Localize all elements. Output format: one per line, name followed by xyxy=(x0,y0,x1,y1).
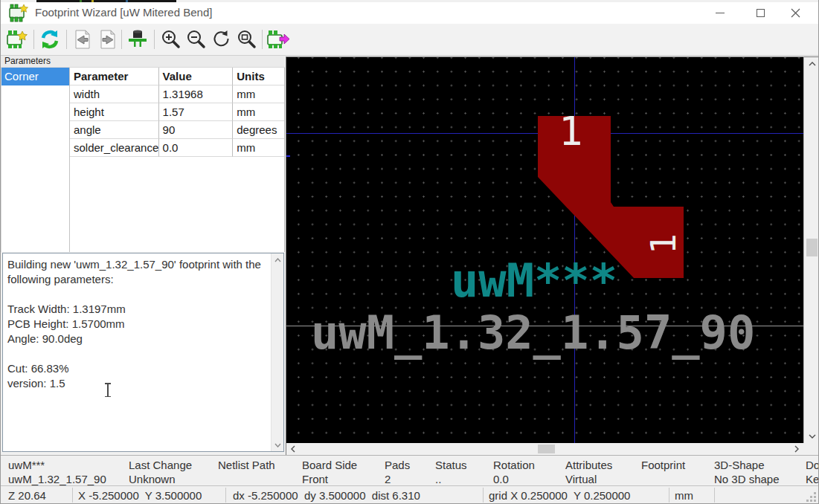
refresh-preview-button[interactable] xyxy=(38,28,62,51)
param-name: height xyxy=(70,103,159,121)
param-units: mm xyxy=(233,103,284,121)
info-value: Virtual xyxy=(565,472,612,486)
mitered-bend-copper-shape xyxy=(286,57,803,443)
info-field-attributes: Attributes Virtual xyxy=(565,458,612,486)
param-value-cell[interactable]: 1.31968 xyxy=(159,85,234,103)
scrollbar-corner xyxy=(803,443,819,455)
message-line: version: 1.5 xyxy=(7,376,267,391)
canvas-horizontal-scrollbar[interactable] xyxy=(286,443,803,455)
status-separator xyxy=(714,488,715,503)
status-separator xyxy=(72,488,73,503)
param-name: width xyxy=(70,85,159,103)
app-footprint-wizard-icon xyxy=(8,4,29,25)
footprint-wizard-star-icon xyxy=(7,30,28,49)
info-label: Last Change xyxy=(129,458,192,472)
pad1-number-label: 1 xyxy=(559,108,583,155)
param-units: mm xyxy=(233,139,284,157)
scroll-up-arrow[interactable] xyxy=(804,59,819,69)
header-parameter: Parameter xyxy=(70,68,159,85)
param-value-cell[interactable]: 0.0 xyxy=(159,139,234,157)
info-field-footprint: Footprint xyxy=(641,458,685,486)
info-label: Board Side xyxy=(302,458,357,472)
status-separator xyxy=(483,488,484,503)
scroll-right-arrow[interactable] xyxy=(791,443,802,455)
info-value xyxy=(218,472,275,486)
footprint-reference-text: uwM*** xyxy=(451,253,617,308)
info-field-3d-shape: 3D-Shape No 3D shape xyxy=(714,458,780,486)
footprint-value-text: uwM_1.32_1.57_90 xyxy=(311,306,755,360)
info-label: Do xyxy=(806,458,819,472)
message-line: following parameters: xyxy=(7,272,267,287)
horizontal-scroll-thumb[interactable] xyxy=(538,445,555,453)
info-value: No 3D shape xyxy=(714,472,780,486)
info-value: Unknown xyxy=(129,472,192,486)
message-line: PCB Height: 1.5700mm xyxy=(7,317,267,332)
status-separator xyxy=(669,488,669,503)
close-button[interactable] xyxy=(779,2,812,24)
info-value: 0.0 xyxy=(493,472,535,486)
pad-settings-button[interactable] xyxy=(126,28,150,51)
select-footprint-wizard-button[interactable] xyxy=(5,28,29,51)
parameters-table: Parameter Value Units width 1.31968 mm h… xyxy=(70,68,285,252)
next-page-button[interactable] xyxy=(96,28,120,51)
info-label: Status xyxy=(435,458,467,472)
window-resize-grip[interactable] xyxy=(807,493,816,502)
scroll-left-arrow[interactable] xyxy=(288,443,298,455)
toolbar-separator xyxy=(262,30,263,49)
info-label: uwM*** xyxy=(8,458,106,472)
redraw-icon xyxy=(211,29,232,50)
info-field-doc: Do Ke xyxy=(806,458,819,486)
scroll-down-arrow[interactable] xyxy=(272,439,284,451)
scroll-up-arrow[interactable] xyxy=(272,253,284,266)
through-hole-pad-icon xyxy=(127,29,148,50)
zoom-out-button[interactable] xyxy=(184,28,208,51)
param-value-cell[interactable]: 1.57 xyxy=(159,103,234,121)
zoom-fit-icon xyxy=(237,29,257,50)
scroll-down-arrow[interactable] xyxy=(804,431,819,442)
zoom-in-button[interactable] xyxy=(159,28,183,51)
info-value xyxy=(641,472,685,486)
footprint-preview-canvas[interactable]: 1 1 uwM*** uwM_1.32_1.57_90 xyxy=(286,56,803,443)
wizard-message-panel[interactable]: Building new 'uwm_1.32_1.57_90' footprin… xyxy=(2,253,284,452)
zoom-to-fit-button[interactable] xyxy=(235,28,259,51)
toolbar-separator xyxy=(66,30,67,49)
export-footprint-icon xyxy=(267,30,289,49)
message-line: Track Width: 1.3197mm xyxy=(7,302,267,317)
toolbar-separator xyxy=(154,30,155,49)
status-units: mm xyxy=(675,489,693,502)
info-value: 2 xyxy=(385,472,410,486)
status-bar: Z 20.64 X -5.250000 Y 3.500000 dx -5.250… xyxy=(1,485,818,504)
param-value-cell[interactable]: 90 xyxy=(159,121,234,139)
redraw-view-button[interactable] xyxy=(210,28,234,51)
param-name: solder_clearance xyxy=(70,139,159,157)
info-label: Rotation xyxy=(493,458,535,472)
pad2-number-label: 1 xyxy=(645,225,682,262)
param-units: mm xyxy=(233,85,284,103)
status-separator xyxy=(225,488,226,503)
minimize-icon xyxy=(716,13,725,13)
page-list-item-corner[interactable]: Corner xyxy=(1,68,69,85)
info-field-netlist-path: Netlist Path xyxy=(218,458,275,486)
header-value: Value xyxy=(159,68,234,85)
wizard-page-list: Corner xyxy=(1,68,70,252)
status-relative-position: dx -5.250000 dy 3.500000 dist 6.310 xyxy=(233,489,420,502)
info-field-reference: uwM*** uwM_1.32_1.57_90 xyxy=(8,458,106,486)
info-label: Attributes xyxy=(565,458,612,472)
previous-page-button[interactable] xyxy=(71,28,94,51)
minimize-button[interactable] xyxy=(703,2,736,24)
zoom-in-icon xyxy=(161,29,182,50)
zoom-out-icon xyxy=(186,29,207,50)
info-value: uwM_1.32_1.57_90 xyxy=(8,472,106,486)
canvas-vertical-scrollbar[interactable] xyxy=(803,56,819,443)
info-field-rotation: Rotation 0.0 xyxy=(493,458,535,486)
maximize-icon xyxy=(757,9,765,17)
message-scrollbar[interactable] xyxy=(271,253,283,451)
table-row: angle 90 degrees xyxy=(70,121,284,139)
maximize-button[interactable] xyxy=(744,2,777,24)
table-row: height 1.57 mm xyxy=(70,103,284,121)
message-line: Building new 'uwm_1.32_1.57_90' footprin… xyxy=(7,257,267,272)
param-units: degrees xyxy=(233,121,284,139)
vertical-scroll-thumb[interactable] xyxy=(806,239,818,256)
param-name: angle xyxy=(70,121,159,139)
export-footprint-button[interactable] xyxy=(266,28,290,51)
